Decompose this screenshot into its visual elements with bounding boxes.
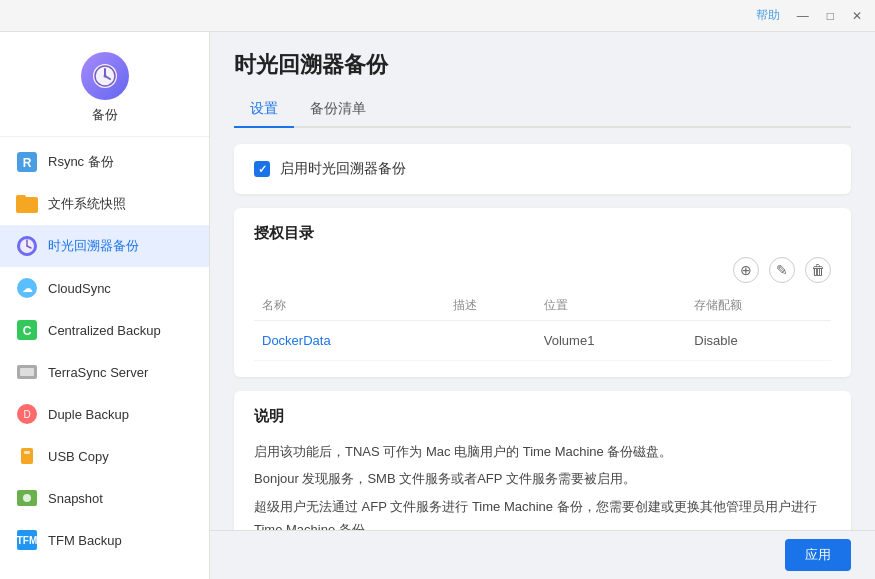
col-description: 描述 bbox=[445, 291, 535, 321]
sidebar-menu: R Rsync 备份 文件系统快照 时光回溯器备份 bbox=[0, 137, 209, 579]
sidebar-item-tfm[interactable]: TFM TFM Backup bbox=[0, 519, 209, 561]
add-directory-button[interactable]: ⊕ bbox=[733, 257, 759, 283]
main-header: 时光回溯器备份 设置 备份清单 bbox=[210, 32, 875, 128]
sidebar-label-tfm: TFM Backup bbox=[48, 533, 122, 548]
delete-directory-button[interactable]: 🗑 bbox=[805, 257, 831, 283]
note-line-1: 启用该功能后，TNAS 可作为 Mac 电脑用户的 Time Machine 备… bbox=[254, 440, 831, 463]
svg-rect-22 bbox=[24, 451, 30, 454]
table-actions: ⊕ ✎ 🗑 bbox=[254, 257, 831, 283]
enable-label: 启用时光回溯器备份 bbox=[280, 160, 406, 178]
tab-settings[interactable]: 设置 bbox=[234, 92, 294, 128]
edit-directory-button[interactable]: ✎ bbox=[769, 257, 795, 283]
cell-name[interactable]: DockerData bbox=[254, 321, 445, 361]
notes-section-title: 说明 bbox=[254, 407, 831, 426]
help-link[interactable]: 帮助 bbox=[756, 7, 780, 24]
sidebar-item-cloudsync[interactable]: ☁ CloudSync bbox=[0, 267, 209, 309]
app-container: 备份 R Rsync 备份 文件系统快照 bbox=[0, 32, 875, 579]
col-location: 位置 bbox=[536, 291, 687, 321]
sidebar-label-cloudsync: CloudSync bbox=[48, 281, 111, 296]
sidebar-label-rsync: Rsync 备份 bbox=[48, 153, 114, 171]
svg-text:D: D bbox=[23, 409, 30, 420]
sidebar-label-terrasync: TerraSync Server bbox=[48, 365, 148, 380]
clock-icon bbox=[90, 61, 120, 91]
notes-content: 启用该功能后，TNAS 可作为 Mac 电脑用户的 Time Machine 备… bbox=[254, 440, 831, 530]
timemachine-icon bbox=[16, 235, 38, 257]
main-body: 启用时光回溯器备份 授权目录 ⊕ ✎ 🗑 bbox=[210, 128, 875, 530]
cell-description bbox=[445, 321, 535, 361]
svg-text:TFM: TFM bbox=[17, 535, 38, 546]
auth-directory-card: 授权目录 ⊕ ✎ 🗑 名称 描述 bbox=[234, 208, 851, 377]
maximize-button[interactable]: □ bbox=[822, 7, 839, 25]
sidebar-label-filesys: 文件系统快照 bbox=[48, 195, 126, 213]
auth-directory-table: 名称 描述 位置 存储配额 DockerData Volume1 Disable bbox=[254, 291, 831, 361]
rsync-icon: R bbox=[16, 151, 38, 173]
window-controls: — □ ✕ bbox=[792, 7, 867, 25]
add-icon: ⊕ bbox=[740, 262, 752, 278]
cloudsync-icon: ☁ bbox=[16, 277, 38, 299]
enable-row: 启用时光回溯器备份 bbox=[254, 160, 831, 178]
centralized-icon: C bbox=[16, 319, 38, 341]
minimize-button[interactable]: — bbox=[792, 7, 814, 25]
col-quota: 存储配额 bbox=[686, 291, 831, 321]
svg-point-4 bbox=[103, 75, 106, 78]
cell-quota: Disable bbox=[686, 321, 831, 361]
note-line-3: 超级用户无法通过 AFP 文件服务进行 Time Machine 备份，您需要创… bbox=[254, 495, 831, 530]
cell-location: Volume1 bbox=[536, 321, 687, 361]
notes-card: 说明 启用该功能后，TNAS 可作为 Mac 电脑用户的 Time Machin… bbox=[234, 391, 851, 530]
svg-point-24 bbox=[23, 494, 31, 502]
svg-rect-8 bbox=[16, 195, 26, 200]
svg-text:☁: ☁ bbox=[22, 282, 33, 294]
edit-icon: ✎ bbox=[776, 262, 788, 278]
app-icon bbox=[81, 52, 129, 100]
note-line-2: Bonjour 发现服务，SMB 文件服务或者AFP 文件服务需要被启用。 bbox=[254, 467, 831, 490]
tab-bar: 设置 备份清单 bbox=[234, 92, 851, 128]
sidebar-label-centralized: Centralized Backup bbox=[48, 323, 161, 338]
apply-button[interactable]: 应用 bbox=[785, 539, 851, 571]
page-title: 时光回溯器备份 bbox=[234, 50, 851, 80]
footer-bar: 应用 bbox=[210, 530, 875, 579]
svg-text:R: R bbox=[23, 156, 32, 170]
sidebar-label-snapshot: Snapshot bbox=[48, 491, 103, 506]
enable-checkbox[interactable] bbox=[254, 161, 270, 177]
sidebar-label-usb: USB Copy bbox=[48, 449, 109, 464]
svg-rect-18 bbox=[20, 368, 34, 376]
title-bar: 帮助 — □ ✕ bbox=[0, 0, 875, 32]
main-content: 时光回溯器备份 设置 备份清单 启用时光回溯器备份 授权目录 ⊕ bbox=[210, 32, 875, 579]
svg-text:C: C bbox=[23, 324, 32, 338]
sidebar-item-centralized[interactable]: C Centralized Backup bbox=[0, 309, 209, 351]
trash-icon: 🗑 bbox=[811, 262, 825, 278]
sidebar-item-terrasync[interactable]: TerraSync Server bbox=[0, 351, 209, 393]
sidebar-item-filesys[interactable]: 文件系统快照 bbox=[0, 183, 209, 225]
svg-rect-21 bbox=[21, 448, 33, 464]
filesystem-icon bbox=[16, 193, 38, 215]
sidebar-label-timemachine: 时光回溯器备份 bbox=[48, 237, 139, 255]
tfm-icon: TFM bbox=[16, 529, 38, 551]
sidebar-app-title: 备份 bbox=[92, 106, 118, 124]
sidebar-item-snapshot[interactable]: Snapshot bbox=[0, 477, 209, 519]
sidebar-item-rsync[interactable]: R Rsync 备份 bbox=[0, 141, 209, 183]
terrasync-icon bbox=[16, 361, 38, 383]
close-button[interactable]: ✕ bbox=[847, 7, 867, 25]
tab-inventory[interactable]: 备份清单 bbox=[294, 92, 382, 128]
auth-section-title: 授权目录 bbox=[254, 224, 831, 243]
sidebar: 备份 R Rsync 备份 文件系统快照 bbox=[0, 32, 210, 579]
sidebar-item-timemachine[interactable]: 时光回溯器备份 bbox=[0, 225, 209, 267]
snapshot-icon bbox=[16, 487, 38, 509]
enable-card: 启用时光回溯器备份 bbox=[234, 144, 851, 194]
duple-icon: D bbox=[16, 403, 38, 425]
sidebar-label-duple: Duple Backup bbox=[48, 407, 129, 422]
usb-icon bbox=[16, 445, 38, 467]
sidebar-item-usb[interactable]: USB Copy bbox=[0, 435, 209, 477]
col-name: 名称 bbox=[254, 291, 445, 321]
sidebar-header: 备份 bbox=[0, 32, 209, 137]
table-row: DockerData Volume1 Disable bbox=[254, 321, 831, 361]
sidebar-item-duple[interactable]: D Duple Backup bbox=[0, 393, 209, 435]
